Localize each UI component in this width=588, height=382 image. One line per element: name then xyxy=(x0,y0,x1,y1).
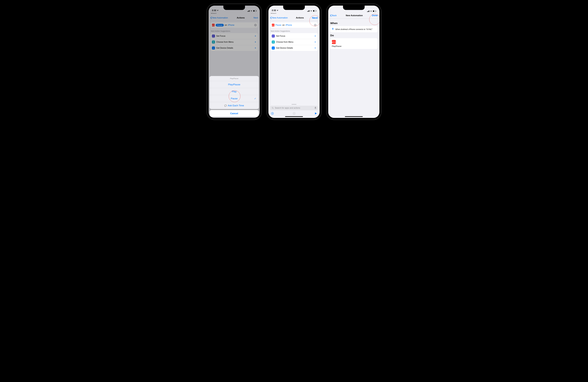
svg-rect-10 xyxy=(309,10,310,12)
svg-rect-21 xyxy=(368,11,369,12)
sug-label: Set Focus xyxy=(216,35,225,37)
clock: 2:32 xyxy=(212,9,216,12)
moon-icon: ☾ xyxy=(212,35,215,38)
chevron-left-icon xyxy=(330,14,332,17)
back-button[interactable]: New Automation xyxy=(210,17,228,19)
moon-icon: ☾ xyxy=(272,35,275,38)
breadcrumb-bar[interactable]: ◀ Search xyxy=(209,12,260,15)
menu-icon: ☰ xyxy=(272,41,275,44)
action-card[interactable]: ▶❙❙ Pause on iPhone ✕ xyxy=(270,22,318,28)
back-label: New Automation xyxy=(272,17,288,19)
chevron-left-icon xyxy=(210,17,212,19)
toolbar-row xyxy=(270,112,318,115)
sheet-option-play[interactable]: Play xyxy=(210,88,259,95)
battery-icon xyxy=(313,10,316,12)
phone-1: 2:32 ◀ Search xyxy=(207,4,262,120)
nav-bar: New Automation Actions Next xyxy=(268,15,320,21)
pause-param[interactable]: Pause xyxy=(275,24,281,26)
ask-icon: 💬 xyxy=(224,105,227,107)
screen-1: 2:32 ◀ Search xyxy=(209,6,260,118)
svg-rect-13 xyxy=(316,11,316,11)
home-indicator[interactable] xyxy=(345,116,363,117)
device-icon: ▭ xyxy=(272,46,275,49)
breadcrumb-label: Search xyxy=(272,12,276,14)
back-button[interactable]: New Automation xyxy=(270,17,288,19)
sheet-option-playpause[interactable]: Play/Pause xyxy=(210,81,259,88)
svg-line-15 xyxy=(273,108,273,109)
notch xyxy=(343,6,365,10)
sheet-option-label: Pause xyxy=(231,97,238,100)
done-button[interactable]: Done xyxy=(372,14,378,17)
svg-rect-9 xyxy=(309,10,309,12)
svg-rect-22 xyxy=(369,10,369,12)
add-icon[interactable]: + xyxy=(254,46,256,50)
wifi-icon xyxy=(250,10,252,12)
back-button[interactable]: Back xyxy=(330,14,337,17)
notch xyxy=(223,6,245,10)
svg-rect-8 xyxy=(308,11,308,12)
on-text: on xyxy=(225,24,227,26)
wifi-icon xyxy=(370,10,372,12)
clear-action-button[interactable]: ✕ xyxy=(254,24,257,26)
add-icon[interactable]: + xyxy=(254,34,256,38)
sug-label: Get Device Details xyxy=(216,47,233,49)
iphone-param[interactable]: iPhone xyxy=(286,24,292,26)
sheet-option-ask[interactable]: 💬 Ask Each Time xyxy=(210,102,259,109)
add-icon[interactable]: + xyxy=(314,40,316,44)
next-button[interactable]: Next xyxy=(312,16,318,19)
svg-rect-7 xyxy=(307,11,308,12)
location-icon xyxy=(217,10,219,11)
suggestion-set-focus[interactable]: ☾ Set Focus + xyxy=(270,33,318,39)
home-indicator[interactable] xyxy=(285,116,303,117)
suggestion-menu[interactable]: ☰ Choose from Menu + xyxy=(210,39,258,45)
sug-label: Choose from Menu xyxy=(216,41,233,43)
checkmark-icon: ✓ xyxy=(254,97,256,100)
suggestion-set-focus[interactable]: ☾ Set Focus + xyxy=(210,33,258,39)
svg-rect-1 xyxy=(248,11,249,12)
svg-rect-16 xyxy=(315,107,316,108)
chevron-left-icon xyxy=(270,17,272,19)
nav-title: Actions xyxy=(237,17,245,19)
add-icon[interactable]: + xyxy=(254,40,256,44)
battery-icon xyxy=(253,10,256,12)
sheet-option-pause[interactable]: Pause ✓ xyxy=(210,95,259,102)
iphone-param[interactable]: iPhone xyxy=(228,24,234,26)
sug-label: Choose from Menu xyxy=(276,41,293,43)
notch xyxy=(283,6,305,10)
on-text: on xyxy=(282,24,285,26)
content-area: ▶❙❙ Pause on iPhone ✕ Next Action Sugges… xyxy=(268,21,320,118)
when-card[interactable]: When Andrew's iPhone connects to "SYNC" xyxy=(330,26,378,32)
suggestion-menu[interactable]: ☰ Choose from Menu + xyxy=(270,39,318,45)
undo-button[interactable] xyxy=(271,112,274,115)
svg-rect-5 xyxy=(253,10,254,11)
when-text: When Andrew's iPhone connects to "SYNC" xyxy=(335,28,373,30)
back-label: Back xyxy=(332,14,337,17)
do-card[interactable]: ▶❙❙ Play/Pause xyxy=(330,38,378,49)
run-button[interactable] xyxy=(315,112,317,115)
playpause-icon: ▶❙❙ xyxy=(272,24,274,26)
svg-rect-3 xyxy=(249,10,250,12)
sheet-title: Play/Pause xyxy=(210,76,259,81)
clear-action-button[interactable]: ✕ xyxy=(314,24,316,26)
signal-icon xyxy=(307,10,310,12)
screen-3: . Back New Automation xyxy=(328,6,379,118)
suggestion-device[interactable]: ▭ Get Device Details + xyxy=(270,45,318,51)
suggestion-device[interactable]: ▭ Get Device Details + xyxy=(210,45,258,51)
breadcrumb-bar[interactable]: ◀ Search xyxy=(268,12,320,15)
add-icon[interactable]: + xyxy=(314,46,316,50)
nav-title: Actions xyxy=(296,17,304,19)
action-card[interactable]: ▶❙❙ Pause on iPhone ✕ xyxy=(210,22,258,28)
mic-icon[interactable] xyxy=(315,107,316,109)
sheet-cancel-button[interactable]: Cancel xyxy=(210,110,259,117)
nav-bar: New Automation Actions Next xyxy=(209,15,260,21)
search-field[interactable]: Search for apps and actions xyxy=(270,106,318,110)
next-button[interactable]: Next xyxy=(253,17,258,19)
pause-pill[interactable]: Pause xyxy=(216,24,224,26)
breadcrumb-chevron-icon: ◀ xyxy=(211,13,212,14)
add-icon[interactable]: + xyxy=(314,34,316,38)
location-icon xyxy=(276,10,278,11)
grabber[interactable] xyxy=(292,104,296,105)
wifi-icon xyxy=(310,10,312,12)
svg-rect-20 xyxy=(368,11,368,12)
breadcrumb-chevron-icon: ◀ xyxy=(271,13,272,14)
